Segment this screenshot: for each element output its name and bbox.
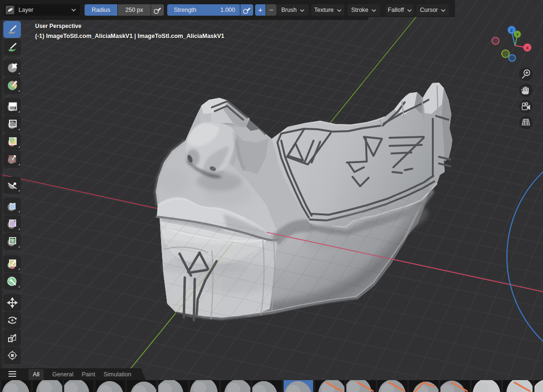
svg-text:X: X [526, 46, 529, 50]
svg-text:Y: Y [516, 32, 519, 37]
svg-text:Z: Z [510, 28, 513, 33]
